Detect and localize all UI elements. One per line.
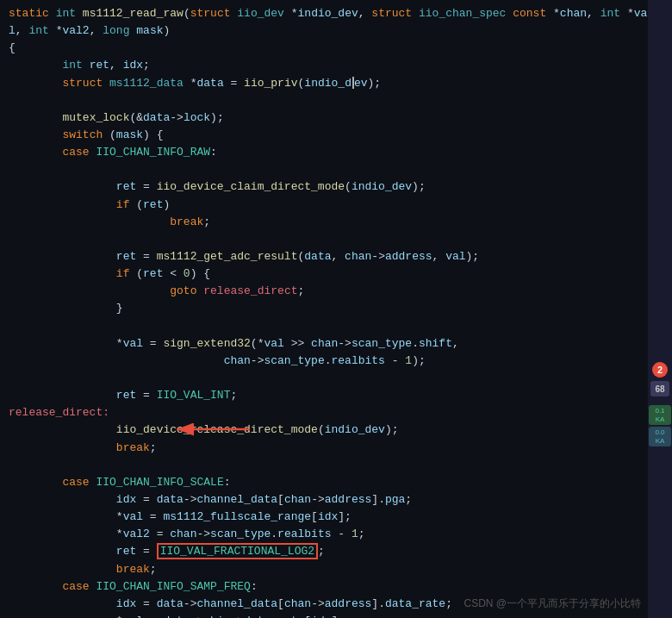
badge-gray: 68 — [650, 381, 669, 396]
mini-badge-2: 0.0KA — [649, 427, 671, 446]
badge-red: 2 — [652, 362, 668, 378]
code-content: static int ms1112_read_raw(struct iio_de… — [0, 0, 672, 618]
mini-badge-1: 0.1KA — [649, 405, 671, 425]
code-area: static int ms1112_read_raw(struct iio_de… — [0, 0, 672, 618]
watermark: CSDN @一个平凡而乐于分享的小比特 — [464, 596, 641, 611]
highlighted-macro: IIO_VAL_FRACTIONAL_LOG2 — [157, 543, 318, 559]
right-sidebar: 2 68 0.1KA 0.0KA — [648, 0, 672, 618]
